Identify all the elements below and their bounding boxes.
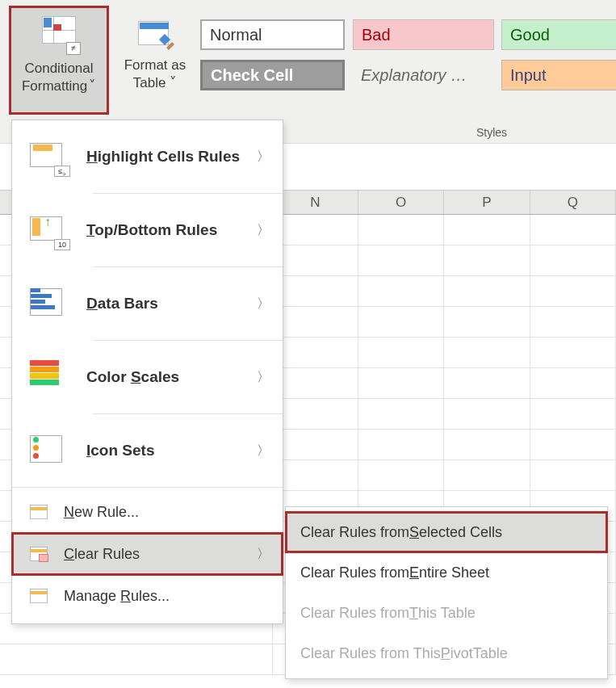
column-header-q[interactable]: Q: [530, 191, 616, 214]
menu-label: Data Bars: [86, 295, 257, 313]
menu-separator: [93, 193, 283, 194]
menu-icon-sets[interactable]: Icon Sets 〉: [12, 417, 283, 484]
format-as-table-label: Format as Table ˅: [124, 57, 186, 92]
new-rule-icon: [28, 502, 49, 522]
cell-style-input[interactable]: Input: [501, 60, 616, 90]
conditional-formatting-icon: ≠: [42, 16, 76, 52]
menu-label: Highlight Cells Rules: [86, 148, 257, 166]
color-scales-icon: [28, 359, 67, 396]
chevron-right-icon: 〉: [257, 546, 270, 563]
manage-rules-icon: [28, 586, 49, 606]
menu-label: New Rule...: [64, 504, 274, 521]
submenu-clear-entire-sheet[interactable]: Clear Rules from Entire Sheet: [286, 552, 607, 593]
chevron-right-icon: 〉: [257, 296, 270, 313]
ribbon-group-label: Styles: [476, 126, 507, 139]
menu-separator: [93, 340, 283, 341]
menu-top-bottom-rules[interactable]: ↑10 Top/Bottom Rules 〉: [12, 197, 283, 263]
submenu-clear-this-table: Clear Rules from This Table: [286, 593, 607, 633]
menu-highlight-cells-rules[interactable]: ≤> Highlight Cells Rules 〉: [12, 124, 283, 190]
cell-style-normal[interactable]: Normal: [200, 19, 345, 50]
menu-label: Clear Rules: [64, 546, 257, 563]
format-as-table-icon: [138, 16, 172, 48]
menu-label: Top/Bottom Rules: [86, 221, 257, 239]
cell-style-check-cell[interactable]: Check Cell: [200, 60, 345, 90]
highlight-cells-icon: ≤>: [28, 138, 67, 175]
menu-color-scales[interactable]: Color Scales 〉: [12, 344, 283, 410]
cell-style-bad[interactable]: Bad: [353, 19, 494, 50]
column-header-o[interactable]: O: [358, 191, 444, 214]
conditional-formatting-button[interactable]: ≠ Conditional Formatting ˅: [9, 6, 109, 115]
conditional-formatting-label: Conditional Formatting ˅: [22, 60, 96, 95]
submenu-clear-this-pivottable: Clear Rules from This PivotTable: [286, 633, 607, 673]
conditional-formatting-menu: ≤> Highlight Cells Rules 〉 ↑10 Top/Botto…: [11, 120, 283, 624]
column-header-p[interactable]: P: [444, 191, 530, 214]
chevron-right-icon: 〉: [257, 369, 270, 386]
icon-sets-icon: [28, 432, 67, 469]
cell-style-explanatory[interactable]: Explanatory …: [353, 60, 494, 90]
cell-style-good[interactable]: Good: [501, 19, 616, 50]
submenu-clear-selected-cells[interactable]: Clear Rules from Selected Cells: [286, 512, 607, 552]
menu-new-rule[interactable]: New Rule...: [12, 491, 283, 533]
menu-separator: [93, 266, 283, 267]
menu-clear-rules[interactable]: Clear Rules 〉: [12, 533, 283, 575]
chevron-down-icon: ˅: [166, 75, 177, 90]
top-bottom-icon: ↑10: [28, 212, 67, 249]
column-header-n[interactable]: N: [273, 191, 358, 214]
menu-data-bars[interactable]: Data Bars 〉: [12, 271, 283, 337]
clear-rules-icon: [28, 544, 49, 564]
menu-manage-rules[interactable]: Manage Rules...: [12, 575, 283, 617]
chevron-right-icon: 〉: [257, 222, 270, 239]
format-as-table-button[interactable]: Format as Table ˅: [115, 8, 195, 111]
menu-label: Icon Sets: [86, 442, 257, 459]
menu-separator: [93, 413, 283, 414]
data-bars-icon: [28, 285, 67, 322]
menu-label: Manage Rules...: [64, 588, 274, 605]
menu-separator: [12, 487, 283, 488]
chevron-right-icon: 〉: [257, 443, 270, 459]
clear-rules-submenu: Clear Rules from Selected Cells Clear Ru…: [285, 506, 608, 679]
menu-label: Color Scales: [86, 368, 257, 386]
chevron-right-icon: 〉: [257, 149, 270, 166]
chevron-down-icon: ˅: [89, 78, 96, 95]
